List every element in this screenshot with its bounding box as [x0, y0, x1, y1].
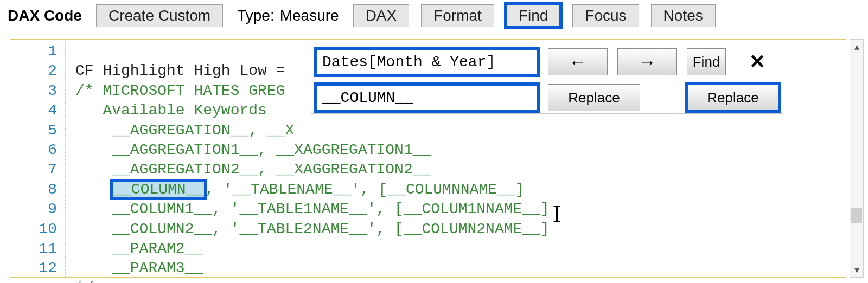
line-number: 1	[10, 42, 65, 61]
code-line: CF Highlight High Low =	[75, 62, 294, 79]
code-line: __COLUMN1__, '__TABLE1NAME__', [__COLUM1…	[75, 201, 550, 217]
replace-input[interactable]	[316, 84, 538, 111]
find-button[interactable]: Find	[506, 4, 560, 27]
find-next-button[interactable]: →	[617, 48, 677, 75]
line-number: 4	[10, 101, 65, 120]
line-number-gutter: 1 2 3 4 5 6 7 8 9 10 11 12	[10, 40, 66, 277]
format-button[interactable]: Format	[421, 4, 494, 27]
app-title: DAX Code	[8, 7, 84, 24]
code-line: __COLUMN2__, '__TABLE2NAME__', [__COLUMN…	[75, 221, 550, 237]
code-line: */	[75, 280, 94, 283]
line-number: 3	[10, 81, 65, 101]
dax-button[interactable]: DAX	[353, 4, 410, 27]
line-number: 9	[10, 200, 65, 219]
scroll-up-icon[interactable]: ▴	[850, 40, 863, 54]
replace-all-button[interactable]: Replace	[687, 84, 779, 111]
focus-button[interactable]: Focus	[572, 4, 639, 27]
line-number: 5	[10, 121, 65, 140]
line-number: 6	[10, 140, 65, 160]
code-line: __AGGREGATION2__, __XAGGREGATION2__	[75, 161, 431, 178]
create-custom-button[interactable]: Create Custom	[96, 4, 223, 27]
scroll-down-icon[interactable]: ▾	[850, 263, 863, 277]
code-line: __PARAM2__	[75, 240, 203, 257]
line-number: 11	[10, 239, 65, 259]
vertical-scrollbar[interactable]: ▴ ▾	[850, 39, 864, 278]
replace-button[interactable]: Replace	[548, 84, 640, 111]
text-cursor-icon: I	[553, 204, 561, 224]
type-display: Type: Measure	[235, 7, 341, 24]
line-number: 7	[10, 160, 65, 179]
arrow-left-icon: ←	[569, 52, 587, 72]
line-number: 2	[10, 61, 65, 81]
line-number: 8	[10, 180, 65, 200]
line-number: 12	[10, 259, 65, 278]
find-input[interactable]	[316, 48, 538, 75]
close-icon: ✕	[749, 50, 765, 73]
arrow-right-icon: →	[638, 52, 656, 72]
close-find-button[interactable]: ✕	[745, 48, 769, 75]
line-number: 10	[10, 220, 65, 239]
notes-button[interactable]: Notes	[651, 4, 716, 27]
code-line: __AGGREGATION__, __X	[75, 122, 294, 139]
code-line: __COLUMN__, '__TABLENAME__', [__COLUMNNA…	[75, 181, 524, 198]
code-line: __AGGREGATION1__, __XAGGREGATION1__	[75, 142, 431, 158]
search-match-highlight: __COLUMN__	[112, 181, 205, 198]
toolbar: DAX Code Create Custom Type: Measure DAX…	[0, 0, 868, 34]
code-line: Available Keywords	[75, 102, 267, 119]
type-label: Type:	[237, 7, 274, 24]
code-line: __PARAM3__	[75, 260, 203, 276]
find-prev-button[interactable]: ←	[548, 48, 608, 75]
code-line: /* MICROSOFT HATES GREG	[75, 82, 285, 99]
find-next-text-button[interactable]: Find	[687, 48, 726, 75]
scrollbar-thumb[interactable]	[851, 208, 862, 223]
find-replace-panel: ← → Find ✕ Replace Replace	[311, 43, 783, 114]
type-value: Measure	[280, 7, 339, 24]
